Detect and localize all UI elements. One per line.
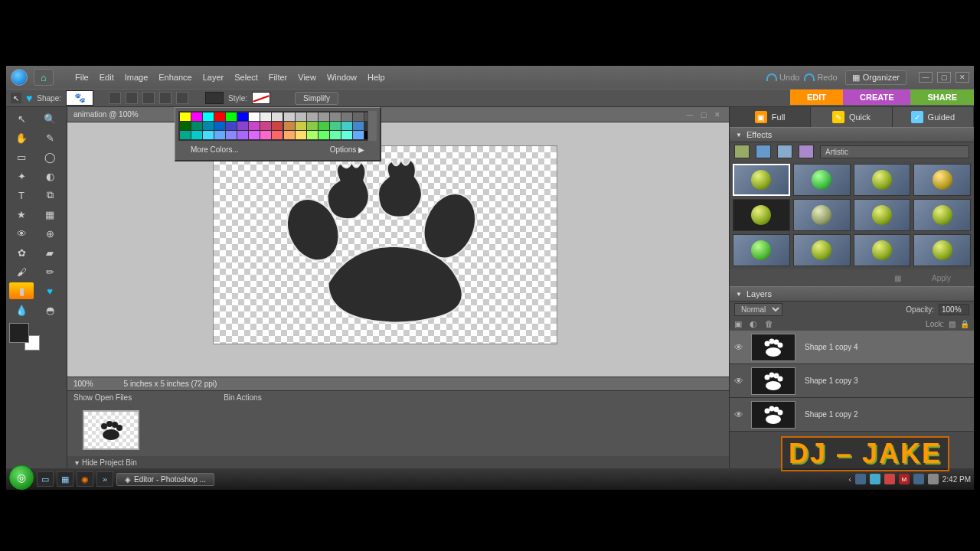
tray-network-icon[interactable] (913, 474, 924, 484)
menu-image[interactable]: Image (125, 73, 149, 82)
mode-full[interactable]: ▣Full (730, 107, 811, 127)
show-open-files[interactable]: Show Open Files (74, 393, 132, 402)
swatch-scrollbar[interactable] (368, 111, 377, 141)
fx-grid-icon[interactable]: ▦ (894, 274, 901, 282)
geom-opt-1[interactable] (109, 92, 121, 104)
fx-cat-3[interactable] (777, 145, 792, 158)
lock-all-icon[interactable]: 🔒 (960, 320, 969, 328)
tray-icon[interactable] (855, 474, 866, 484)
menu-window[interactable]: Window (327, 73, 357, 82)
color-swatch[interactable] (272, 112, 283, 121)
color-swatch[interactable] (296, 112, 306, 121)
crop-tool[interactable]: ⧉ (38, 187, 62, 204)
shape-picker[interactable]: 🐾 (66, 90, 93, 106)
color-swatch[interactable] (237, 122, 248, 130)
menu-layer[interactable]: Layer (203, 73, 224, 82)
color-swatch[interactable] (203, 131, 214, 139)
collapse-icon[interactable]: ▾ (75, 458, 79, 467)
geom-opt-2[interactable] (126, 92, 138, 104)
menu-enhance[interactable]: Enhance (158, 73, 191, 82)
doc-minimize[interactable]: — (684, 110, 695, 119)
color-swatch[interactable] (226, 122, 237, 130)
color-swatch[interactable] (307, 131, 318, 139)
color-swatch[interactable] (318, 112, 329, 121)
color-swatch[interactable] (296, 122, 306, 130)
color-swatch[interactable] (191, 122, 202, 130)
color-swatch[interactable] (341, 131, 352, 139)
color-swatch[interactable] (330, 131, 341, 139)
new-layer-icon[interactable]: ▣ (734, 319, 742, 329)
color-swatch[interactable] (203, 112, 214, 121)
color-swatch[interactable] (284, 112, 295, 121)
color-swatch[interactable] (214, 112, 225, 121)
canvas-area[interactable] (67, 122, 729, 377)
color-swatch[interactable] (180, 122, 191, 130)
effect-thumb[interactable] (793, 164, 851, 196)
mode-guided[interactable]: ✓Guided (893, 107, 974, 127)
color-swatch[interactable] (260, 122, 271, 130)
color-swatch[interactable] (307, 122, 318, 130)
blend-mode-select[interactable]: Normal (734, 303, 782, 316)
color-swatch[interactable] (180, 112, 191, 121)
effect-thumb[interactable] (733, 199, 790, 231)
undo-button[interactable]: Undo (766, 73, 799, 82)
organizer-button[interactable]: ▦ Organizer (845, 70, 906, 85)
color-swatch[interactable] (180, 131, 191, 139)
tab-share[interactable]: SHARE (910, 90, 974, 105)
healing-tool[interactable]: ⊕ (38, 225, 62, 242)
redeye-tool[interactable]: 👁 (9, 225, 34, 242)
effect-thumb[interactable] (733, 234, 790, 266)
cookie-cutter-tool[interactable]: ★ (9, 206, 34, 223)
ql-switch-icon[interactable]: ▦ (57, 471, 74, 487)
delete-layer-icon[interactable]: 🗑 (765, 319, 773, 328)
menu-help[interactable]: Help (368, 73, 385, 82)
color-swatch[interactable] (249, 112, 260, 121)
fx-cat-1[interactable] (734, 145, 750, 158)
layer-thumbnail[interactable] (751, 401, 795, 429)
tray-icon[interactable]: M (899, 474, 910, 484)
color-swatch[interactable] (214, 131, 225, 139)
eraser-tool[interactable]: ▰ (38, 244, 62, 261)
clone-tool[interactable]: ✿ (9, 244, 34, 261)
visibility-icon[interactable]: 👁 (730, 376, 748, 386)
layer-row[interactable]: 👁 Shape 1 copy 2 (730, 398, 974, 432)
move-tool[interactable]: ↖ (9, 110, 34, 127)
effect-thumb[interactable] (854, 164, 911, 196)
menu-filter[interactable]: Filter (269, 73, 287, 82)
color-swatch[interactable] (284, 122, 295, 130)
marquee-tool[interactable]: ▭ (9, 148, 34, 165)
menu-file[interactable]: File (75, 73, 89, 82)
effect-thumb[interactable] (733, 164, 790, 196)
align-tool[interactable]: ▦ (38, 206, 62, 223)
color-swatch[interactable] (260, 112, 271, 121)
color-swatch[interactable] (353, 131, 364, 139)
doc-maximize[interactable]: ▢ (698, 110, 709, 119)
tray-icon[interactable] (870, 474, 880, 484)
menu-edit[interactable]: Edit (100, 73, 114, 82)
mode-quick[interactable]: ✎Quick (811, 107, 892, 127)
minimize-button[interactable]: — (919, 72, 933, 83)
visibility-icon[interactable]: 👁 (730, 342, 748, 353)
geom-opt-4[interactable] (159, 92, 172, 104)
style-picker[interactable] (252, 92, 270, 104)
effect-thumb[interactable] (793, 234, 851, 266)
fill-color-swatch[interactable] (205, 92, 224, 104)
layers-header[interactable]: ▼Layers (730, 286, 974, 302)
eyedropper-tool[interactable]: ✎ (38, 129, 62, 146)
wand-tool[interactable]: ✦ (9, 168, 34, 184)
color-swatch[interactable] (353, 122, 364, 130)
taskbar-app-button[interactable]: ◈ Editor - Photoshop ... (116, 473, 214, 486)
fx-cat-2[interactable] (756, 145, 771, 158)
brush-tool[interactable]: 🖌 (9, 263, 34, 280)
canvas[interactable] (213, 145, 557, 344)
tray-icon[interactable] (884, 474, 895, 484)
color-swatch[interactable] (237, 112, 248, 121)
effects-header[interactable]: ▼Effects (730, 127, 974, 142)
bucket-tool[interactable]: ▮ (9, 282, 34, 299)
sponge-tool[interactable]: ◓ (38, 302, 62, 318)
apply-button[interactable]: Apply (932, 274, 951, 282)
hide-project-bin[interactable]: Hide Project Bin (82, 458, 137, 467)
bin-actions[interactable]: Bin Actions (224, 393, 261, 402)
bin-thumbnail[interactable] (83, 410, 139, 450)
visibility-icon[interactable]: 👁 (730, 409, 748, 420)
